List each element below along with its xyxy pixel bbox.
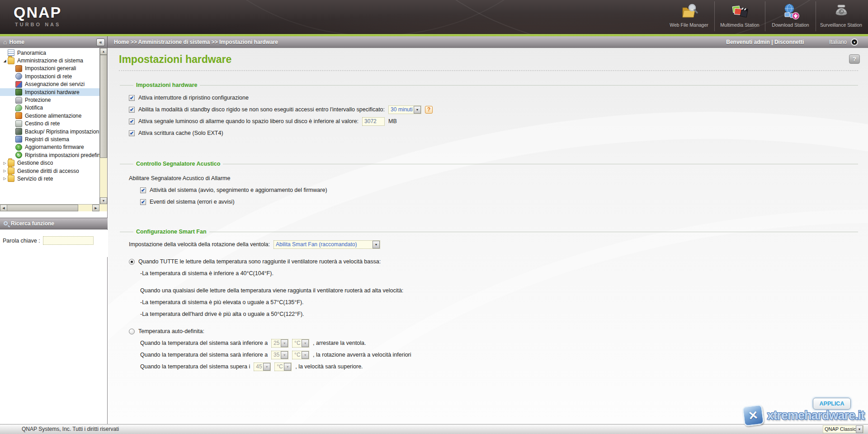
language-label[interactable]: Italiano bbox=[829, 39, 847, 45]
caret-collapsed-icon[interactable]: ▷ bbox=[2, 161, 8, 165]
temp-select-2[interactable]: 35▼ bbox=[271, 351, 288, 359]
station-download[interactable]: Download Station bbox=[765, 1, 816, 31]
buzzer-intro-label: Abilitare Segnalatore Acustico di Allarm… bbox=[129, 175, 230, 181]
chevron-down-icon: ▼ bbox=[302, 339, 309, 347]
help-button[interactable]: ? bbox=[849, 54, 860, 64]
sidebar-item-label: Protezione bbox=[25, 97, 51, 103]
sidebar-item-label: Gestione diritti di accesso bbox=[17, 168, 79, 174]
chevron-down-icon: ▼ bbox=[284, 363, 291, 371]
temp-select-1[interactable]: 25▼ bbox=[271, 339, 288, 348]
fan-high-speed-intro: Quando una qualsiasi delle letture della… bbox=[140, 287, 403, 294]
sidebar-item-impostazioni-generali[interactable]: Impostazioni generali bbox=[0, 65, 100, 72]
scroll-up-button[interactable]: ▲ bbox=[100, 48, 107, 55]
sidebar-item-label: Notifica bbox=[25, 105, 43, 111]
station-surveillance[interactable]: Surveillance Station bbox=[816, 1, 866, 31]
sidebar-panel-title: Home bbox=[9, 39, 24, 45]
sidebar-item-impostazioni-di-rete[interactable]: Impostazioni di rete bbox=[0, 72, 100, 80]
function-search-header: Ricerca funzione bbox=[0, 218, 108, 229]
custom-temp-row: Quando la temperatura del sistema sarà i… bbox=[129, 349, 858, 361]
keyword-input[interactable] bbox=[43, 236, 94, 245]
unit-select-3[interactable]: °C▼ bbox=[274, 362, 292, 371]
horizontal-scroll-thumb[interactable] bbox=[7, 205, 78, 211]
sidebar-item-label: Aggiornamento firmware bbox=[25, 144, 84, 150]
hint-icon[interactable]: ? bbox=[425, 106, 433, 114]
top-bar: QNAP TURBO NAS Web File Manager bbox=[0, 0, 868, 34]
firmware-update-icon: ↑ bbox=[15, 144, 22, 151]
language-dropdown-icon[interactable]: ▼ bbox=[851, 38, 858, 46]
scroll-right-button[interactable]: ▶ bbox=[92, 205, 99, 211]
sidebar-item-backup-ripristina-impostazion[interactable]: Backup/ Ripristina impostazion bbox=[0, 128, 100, 135]
welcome-user: Benvenuti admin bbox=[726, 39, 770, 45]
multimedia-station-icon bbox=[715, 1, 765, 21]
sidebar-item-label: Assegnazione dei servizi bbox=[25, 81, 85, 87]
reset-switch-checkbox[interactable]: ✔ bbox=[129, 95, 135, 101]
sidebar-item-assegnazione-dei-servizi[interactable]: Assegnazione dei servizi bbox=[0, 81, 100, 88]
chevron-down-icon: ▼ bbox=[856, 425, 863, 433]
sidebar-item-cestino-di-rete[interactable]: Cestino di rete bbox=[0, 120, 100, 128]
folder-icon bbox=[8, 160, 14, 167]
sidebar-item-registri-di-sistema[interactable]: Registri di sistema bbox=[0, 135, 100, 143]
sidebar-item-ripristina-impostazioni-predefin[interactable]: ↻Ripristina impostazioni predefin bbox=[0, 151, 100, 159]
restore-defaults-icon: ↻ bbox=[15, 152, 22, 158]
system-operations-checkbox[interactable]: ✔ bbox=[140, 187, 146, 193]
unit-select-2-value: °C bbox=[292, 352, 302, 358]
system-events-label: Eventi del sistema (errori e avvisi) bbox=[150, 199, 235, 205]
sidebar-item-gestione-disco[interactable]: ▷Gestione disco bbox=[0, 159, 100, 167]
vertical-scroll-thumb[interactable] bbox=[100, 55, 107, 158]
standby-interval-value: 30 minuti bbox=[389, 106, 414, 113]
station-multimedia[interactable]: Multimedia Station bbox=[714, 1, 765, 31]
caret-expanded-icon[interactable]: ◢ bbox=[2, 59, 8, 63]
free-space-input[interactable] bbox=[362, 117, 385, 126]
page-title: Impostazioni hardware bbox=[119, 53, 868, 66]
standby-interval-select[interactable]: 30 minuti ▼ bbox=[388, 105, 421, 114]
fan-mode-select[interactable]: Abilita Smart Fan (raccomandato) ▼ bbox=[274, 240, 380, 249]
sidebar-item-protezione[interactable]: Protezione bbox=[0, 96, 100, 104]
sidebar-item-panoramica[interactable]: Panoramica bbox=[0, 49, 100, 57]
station-web-file-manager[interactable]: Web File Manager bbox=[664, 1, 714, 31]
fan-low-speed-rule: -La temperatura di sistema è inferiore a… bbox=[140, 270, 274, 277]
sidebar-item-label: Impostazioni generali bbox=[25, 65, 76, 72]
tree-vertical-scrollbar[interactable]: ▲ ▼ bbox=[99, 48, 107, 211]
sidebar-item-label: Impostazioni di rete bbox=[25, 73, 72, 80]
sidebar-item-amministrazione-di-sistema[interactable]: ◢Amministrazione di sistema bbox=[0, 57, 100, 64]
unit-select-2[interactable]: °C▼ bbox=[292, 351, 309, 359]
sidebar-item-gestione-diritti-di-accesso[interactable]: ▷Gestione diritti di accesso bbox=[0, 167, 100, 175]
temp-select-3[interactable]: 45▼ bbox=[254, 362, 271, 371]
sidebar-item-servizio-di-rete[interactable]: ▷Servizio di rete bbox=[0, 175, 100, 182]
custom-temp-radio-label: Temperatura auto-definita: bbox=[138, 328, 204, 334]
unit-select-1[interactable]: °C▼ bbox=[292, 339, 309, 348]
sidebar-item-aggiornamento-firmware[interactable]: ↑Aggiornamento firmware bbox=[0, 143, 100, 151]
custom-temp-pre-label: Quando la temperatura del sistema sarà i… bbox=[140, 352, 268, 358]
breadcrumb-bar: Home >> Amministrazione di sistema >> Im… bbox=[108, 36, 868, 48]
custom-temp-row: Quando la temperatura del sistema supera… bbox=[129, 361, 858, 372]
alert-led-label: Attiva segnale luminoso di allarme quand… bbox=[138, 118, 359, 124]
custom-temp-radio[interactable] bbox=[129, 329, 135, 334]
scroll-down-button[interactable]: ▼ bbox=[100, 197, 107, 204]
power-management-icon bbox=[15, 112, 22, 119]
station-label: Download Station bbox=[765, 22, 816, 28]
alert-led-checkbox[interactable]: ✔ bbox=[129, 119, 135, 124]
unit-select-3-value: °C bbox=[275, 363, 284, 370]
caret-collapsed-icon[interactable]: ▷ bbox=[2, 169, 8, 173]
hdd-standby-checkbox[interactable]: ✔ bbox=[129, 107, 135, 113]
logout-link[interactable]: Disconnetti bbox=[774, 39, 804, 45]
scroll-left-button[interactable]: ◀ bbox=[0, 205, 7, 211]
tree-horizontal-scrollbar[interactable]: ◀ ▶ bbox=[0, 204, 100, 211]
sidebar-item-impostazioni-hardware[interactable]: Impostazioni hardware bbox=[0, 88, 100, 96]
hardware-settings-icon bbox=[15, 89, 22, 95]
system-events-checkbox[interactable]: ✔ bbox=[140, 199, 146, 205]
watermark: ✕ xtremehardware.it bbox=[743, 405, 864, 425]
turbo-nas-label: TURBO NAS bbox=[15, 22, 61, 27]
sidebar-item-gestione-alimentazione[interactable]: Gestione alimentazione bbox=[0, 112, 100, 119]
station-label: Web File Manager bbox=[664, 22, 714, 28]
sidebar-item-label: Cestino di rete bbox=[25, 120, 60, 127]
hardware-settings-legend: Impostazioni hardware bbox=[133, 82, 200, 88]
skin-select[interactable]: QNAP Classic ▼ bbox=[823, 425, 863, 433]
smart-fan-radio[interactable] bbox=[129, 259, 135, 265]
chevron-down-icon: ▼ bbox=[414, 106, 421, 114]
sidebar-item-notifica[interactable]: Notifica bbox=[0, 104, 100, 112]
collapse-sidebar-button[interactable]: « bbox=[96, 38, 105, 46]
write-cache-checkbox[interactable]: ✔ bbox=[129, 130, 135, 136]
custom-temp-pre-label: Quando la temperatura del sistema supera… bbox=[140, 363, 250, 370]
caret-collapsed-icon[interactable]: ▷ bbox=[2, 176, 8, 181]
